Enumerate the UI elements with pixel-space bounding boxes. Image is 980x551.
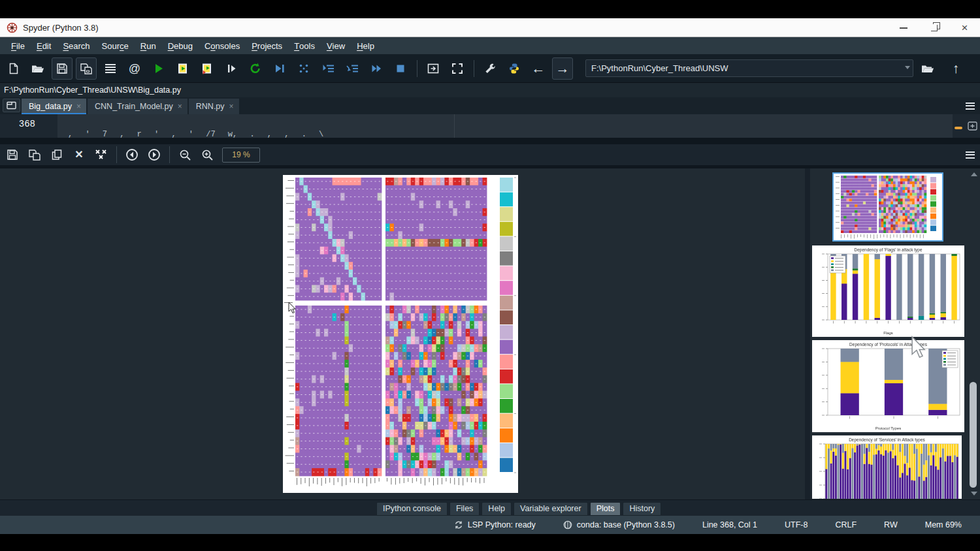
run-file-button[interactable]	[148, 57, 169, 80]
window-title: Spyder (Python 3.8)	[23, 23, 99, 33]
pane-tab-ipython-console[interactable]: IPython console	[376, 502, 448, 516]
plot-thumbnail-services[interactable]: Dependency of 'Services' in Attack types	[812, 435, 962, 499]
plot-thumbnail-flags[interactable]: Dependency of 'Flags' in attack type Fla…	[812, 245, 964, 337]
browse-working-directory-button[interactable]	[917, 57, 938, 80]
stop-button[interactable]	[390, 57, 411, 80]
open-file-button[interactable]	[27, 57, 48, 80]
maximize-pane-button[interactable]	[423, 57, 444, 80]
lsp-status[interactable]: LSP Python: ready	[454, 520, 536, 529]
go-to-parent-directory-button[interactable]: ↑	[945, 57, 966, 80]
menu-file[interactable]: File	[5, 37, 31, 54]
save-all-button[interactable]	[76, 57, 97, 80]
continue-button[interactable]	[366, 57, 387, 80]
editor-tab-rnn-py[interactable]: RNN.py×	[189, 99, 239, 114]
run-cell-advance-button[interactable]	[197, 57, 218, 80]
tab-label: Big_data.py	[29, 102, 72, 111]
plots-options-menu-icon[interactable]	[966, 150, 975, 160]
debug-file-button[interactable]	[269, 57, 290, 80]
tab-close-icon[interactable]: ×	[229, 102, 234, 111]
editor-options-menu-icon[interactable]	[966, 101, 975, 111]
browse-tabs-button[interactable]	[3, 99, 20, 112]
menu-consoles[interactable]: Consoles	[199, 37, 246, 54]
remove-all-plots-button[interactable]	[91, 146, 111, 164]
file-switcher-button[interactable]	[100, 57, 121, 80]
toolbar-separator	[116, 146, 117, 163]
plot-thumbnail-protocols[interactable]: Dependency of 'Protocols' in Attack type…	[812, 340, 964, 432]
pane-tab-variable-explorer[interactable]: Variable explorer	[514, 502, 588, 516]
split-editor-icon[interactable]	[968, 121, 977, 131]
bottom-pane-tabbar: IPython consoleFilesHelpVariable explore…	[0, 499, 980, 516]
bottom-letterbox	[0, 534, 980, 551]
pane-tab-plots[interactable]: Plots	[590, 502, 621, 516]
plot-zoom-level[interactable]: 19 %	[222, 148, 260, 163]
zoom-in-button[interactable]	[197, 146, 217, 164]
re-run-last-cell-button[interactable]	[245, 57, 266, 80]
save-all-plots-button[interactable]	[25, 146, 44, 164]
menu-view[interactable]: View	[321, 37, 351, 54]
editor-pane[interactable]: , ' 7 , r ' , ' /7 w, . , , . \ 368	[0, 114, 980, 138]
step-over-button[interactable]	[318, 57, 338, 80]
restore-button[interactable]	[919, 18, 949, 37]
run-cell-button[interactable]	[172, 57, 193, 80]
editor-tab-big-data-py[interactable]: Big_data.py×	[22, 99, 86, 114]
fullscreen-button[interactable]	[447, 57, 468, 80]
editor-tab-cnn-train-model-py[interactable]: CNN_Train_Model.py×	[88, 99, 188, 114]
python-path-button[interactable]	[504, 57, 525, 80]
new-file-button[interactable]	[3, 57, 24, 80]
menu-edit[interactable]: Edit	[31, 37, 57, 54]
run-selection-button[interactable]	[221, 57, 242, 80]
symbol-finder-button[interactable]: @	[124, 57, 145, 80]
close-button[interactable]: ×	[949, 18, 980, 37]
save-file-button[interactable]	[52, 57, 73, 80]
menu-projects[interactable]: Projects	[246, 37, 288, 54]
warning-marker	[955, 127, 962, 129]
save-plot-button[interactable]	[3, 146, 22, 164]
forward-button[interactable]: →	[552, 57, 573, 80]
thumbnails-scrollbar[interactable]	[968, 168, 979, 499]
line-number: 368	[19, 119, 35, 129]
debug-cell-button[interactable]	[293, 57, 314, 80]
pane-tab-help[interactable]: Help	[482, 502, 512, 516]
conda-status[interactable]: conda: base (Python 3.8.5)	[563, 520, 675, 529]
menu-debug[interactable]: Debug	[162, 37, 199, 54]
scroll-down-icon[interactable]	[971, 492, 977, 496]
tab-label: CNN_Train_Model.py	[95, 102, 173, 111]
plot-thumbnail-heatmap[interactable]	[832, 172, 943, 242]
cursor-position: Line 368, Col 1	[702, 520, 757, 529]
top-letterbox	[0, 0, 980, 18]
spyder-logo-icon	[7, 22, 18, 33]
menu-help[interactable]: Help	[351, 37, 380, 54]
pane-tab-history[interactable]: History	[623, 502, 661, 516]
toolbar-separator	[417, 60, 417, 77]
code-area[interactable]: , ' 7 , r ' , ' /7 w, . , , . \	[57, 114, 953, 138]
readwrite-status: RW	[884, 520, 898, 529]
next-plot-button[interactable]	[144, 146, 164, 164]
tab-close-icon[interactable]: ×	[178, 102, 182, 111]
pane-splitter[interactable]	[0, 138, 980, 144]
scroll-up-icon[interactable]	[971, 172, 977, 176]
step-into-button[interactable]	[342, 57, 363, 80]
menu-source[interactable]: Source	[96, 37, 135, 54]
tab-close-icon[interactable]: ×	[76, 102, 81, 111]
pane-tab-files[interactable]: Files	[449, 502, 480, 516]
chevron-down-icon[interactable]	[905, 66, 910, 69]
menu-tools[interactable]: Tools	[288, 37, 321, 54]
memory-usage: Mem 69%	[925, 520, 962, 529]
remove-plot-button[interactable]: ✕	[69, 146, 89, 164]
editor-scroll-flag-area[interactable]	[953, 114, 980, 138]
protocols-chart-xlabel: Protocol Types	[812, 426, 964, 430]
back-button[interactable]: ←	[528, 57, 549, 80]
menu-run[interactable]: Run	[135, 37, 162, 54]
menu-search[interactable]: Search	[57, 37, 95, 54]
zoom-out-button[interactable]	[175, 146, 195, 164]
conda-status-label: conda: base (Python 3.8.5)	[577, 520, 675, 529]
copy-image-button[interactable]	[47, 146, 67, 164]
restore-icon	[931, 25, 938, 31]
main-toolbar: @←→F:\PythonRun\Cyber_Thread\UNSW↑	[0, 54, 980, 83]
minimize-button[interactable]	[888, 18, 919, 37]
previous-plot-button[interactable]	[122, 146, 142, 164]
scrollbar-thumb[interactable]	[970, 382, 977, 488]
working-directory-combobox[interactable]: F:\PythonRun\Cyber_Thread\UNSW	[585, 59, 913, 77]
minimize-icon	[900, 27, 907, 29]
preferences-button[interactable]	[480, 57, 500, 80]
